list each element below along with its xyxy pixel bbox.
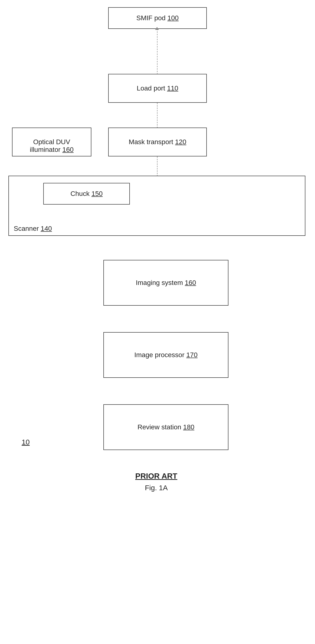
image-processor-label: Image processor 170 [134,351,197,359]
chuck-box: Chuck 150 [43,183,130,204]
prior-art-label: PRIOR ART [84,472,228,480]
mask-transport-label: Mask transport 120 [129,138,186,146]
scanner-ref: 140 [41,225,52,232]
imaging-system-box: Imaging system 160 [103,260,228,306]
review-station-ref: 180 [183,423,195,431]
optical-duv-box: Optical DUVilluminator 160 [12,128,91,156]
mask-transport-ref: 120 [175,138,186,146]
smif-pod-ref: 100 [167,14,179,22]
chuck-ref: 150 [91,190,103,197]
fig-label: Fig. 1A [84,484,228,492]
smif-pod-label: SMIF pod 100 [136,14,179,22]
dashed-line-2 [157,103,157,128]
ref-10-label: 10 [22,438,29,446]
optical-duv-ref: 160 [62,146,74,153]
scanner-label: Scanner 140 [14,225,52,232]
load-port-ref: 110 [167,84,178,92]
dashed-line-1 [157,29,157,74]
load-port-box: Load port 110 [108,74,207,103]
image-processor-ref: 170 [186,351,198,358]
smif-pod-box: SMIF pod 100 [108,7,207,29]
load-port-label: Load port 110 [137,84,178,92]
image-processor-box: Image processor 170 [103,332,228,378]
optical-duv-label: Optical DUVilluminator 160 [30,130,74,154]
imaging-system-ref: 160 [185,279,196,286]
diagram-container: SMIF pod 100 Load port 110 Mask transpor… [0,0,315,644]
imaging-system-label: Imaging system 160 [136,279,196,286]
mask-transport-box: Mask transport 120 [108,128,207,156]
chuck-label: Chuck 150 [70,190,103,198]
review-station-label: Review station 180 [138,423,195,431]
review-station-box: Review station 180 [103,404,228,450]
arrow-up-smif [155,27,159,30]
